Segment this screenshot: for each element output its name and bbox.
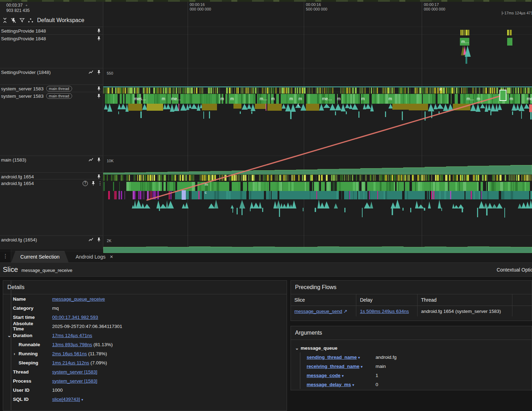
nested-slice[interactable]	[253, 203, 259, 208]
trace-slice[interactable]	[425, 191, 427, 199]
nested-slice[interactable]	[476, 104, 481, 112]
nested-slice[interactable]	[156, 200, 161, 208]
trace-slice[interactable]	[291, 182, 294, 191]
trace-slice[interactable]	[140, 175, 141, 181]
trace-slice[interactable]	[444, 191, 446, 199]
argument-key-link[interactable]: message_code	[307, 373, 341, 378]
trace-slice[interactable]	[302, 175, 303, 181]
trace-slice[interactable]	[432, 175, 432, 181]
trace-slice[interactable]	[245, 88, 246, 94]
nested-slice[interactable]	[490, 104, 496, 111]
trace-slice[interactable]	[530, 88, 532, 94]
trace-slice[interactable]	[459, 182, 460, 191]
trace-slice[interactable]	[499, 191, 501, 199]
trace-slice[interactable]	[156, 88, 157, 94]
track-label-androidfg-counter[interactable]: android.fg (1654)	[0, 236, 103, 244]
nested-slice[interactable]	[516, 104, 519, 110]
trace-slice[interactable]	[198, 88, 199, 94]
trace-slice[interactable]	[303, 88, 306, 94]
trace-slice[interactable]	[111, 175, 112, 181]
trace-slice[interactable]	[117, 88, 119, 94]
trace-slice[interactable]	[171, 175, 173, 181]
trace-slice[interactable]	[166, 175, 167, 181]
trace-slice[interactable]	[464, 88, 464, 94]
trace-slice[interactable]	[243, 94, 244, 104]
dropdown-caret-icon[interactable]: ▾	[82, 398, 83, 402]
trace-slice[interactable]	[359, 88, 360, 94]
trace-slice[interactable]	[265, 88, 266, 94]
trace-slice[interactable]	[322, 88, 323, 94]
trace-slice[interactable]	[522, 94, 525, 104]
trace-slice[interactable]	[157, 191, 157, 199]
trace-slice[interactable]	[178, 88, 179, 94]
trace-slice[interactable]	[147, 175, 149, 181]
slice-gap[interactable]	[410, 182, 412, 191]
trace-slice[interactable]	[215, 88, 216, 94]
descendant-slice-marker[interactable]	[425, 111, 425, 121]
trace-slice[interactable]	[330, 88, 331, 94]
trace-slice[interactable]	[385, 94, 388, 104]
trace-slice[interactable]	[208, 94, 210, 104]
trace-slice[interactable]	[407, 191, 408, 199]
trace-slice[interactable]	[392, 175, 393, 181]
nested-slice[interactable]	[166, 200, 168, 208]
trace-slice[interactable]	[437, 88, 439, 94]
trace-slice[interactable]	[425, 88, 427, 94]
nested-slice[interactable]	[316, 191, 317, 199]
nested-slice[interactable]	[170, 104, 174, 112]
trace-slice[interactable]	[248, 175, 250, 181]
trace-slice[interactable]	[156, 175, 157, 181]
trace-slice[interactable]	[415, 182, 416, 191]
trace-slice[interactable]	[163, 175, 163, 181]
trace-slice[interactable]	[167, 88, 169, 94]
trace-slice[interactable]	[131, 191, 132, 199]
trace-slice[interactable]	[335, 94, 337, 104]
trace-slice[interactable]	[527, 88, 528, 94]
nested-slice[interactable]	[202, 104, 217, 110]
trace-slice[interactable]	[159, 182, 160, 191]
trace-slice[interactable]	[328, 88, 329, 94]
descendant-slice-marker[interactable]	[392, 208, 393, 215]
trace-slice[interactable]	[207, 175, 207, 181]
trace-slice[interactable]	[168, 182, 169, 191]
trace-slice[interactable]	[254, 182, 256, 191]
trace-slice[interactable]	[137, 175, 138, 181]
trace-slice[interactable]	[408, 88, 409, 94]
trace-slice[interactable]	[115, 88, 117, 94]
trace-slice[interactable]	[214, 191, 216, 199]
nested-slice[interactable]	[186, 104, 189, 110]
nested-slice[interactable]	[136, 200, 142, 208]
trace-slice[interactable]	[340, 175, 341, 181]
trace-slice[interactable]	[308, 94, 310, 104]
nested-slice[interactable]	[295, 104, 301, 108]
trace-slice[interactable]	[445, 182, 448, 191]
trace-slice[interactable]	[205, 94, 208, 104]
trace-slice[interactable]	[419, 94, 421, 104]
trace-slice[interactable]	[394, 182, 395, 191]
nested-slice[interactable]	[198, 191, 200, 199]
trace-slice[interactable]	[154, 94, 155, 104]
trace-slice[interactable]	[277, 88, 279, 94]
trace-slice[interactable]	[489, 175, 491, 181]
nested-slice[interactable]	[465, 57, 467, 64]
trace-slice[interactable]	[384, 175, 385, 181]
trace-slice[interactable]	[385, 175, 387, 181]
trace-slice[interactable]	[239, 182, 239, 191]
trace-slice[interactable]	[221, 175, 222, 181]
trace-slice[interactable]	[235, 94, 238, 104]
trace-slice[interactable]	[320, 94, 321, 104]
trace-slice[interactable]	[326, 175, 328, 181]
trace-slice[interactable]	[292, 175, 292, 181]
trace-slice[interactable]	[266, 88, 266, 94]
trace-slice[interactable]	[475, 94, 477, 104]
nested-slice[interactable]	[349, 191, 350, 199]
trace-slice[interactable]	[127, 191, 128, 199]
trace-slice[interactable]	[201, 94, 203, 104]
trace-slice[interactable]	[158, 94, 160, 104]
trace-slice[interactable]	[139, 175, 140, 181]
trace-slice[interactable]	[107, 88, 109, 94]
track-label-settingsprovider-counter[interactable]: SettingsProvider (1848)	[0, 68, 103, 76]
nested-slice[interactable]	[233, 104, 241, 109]
trace-slice[interactable]	[201, 175, 201, 181]
trace-slice[interactable]	[212, 175, 214, 181]
